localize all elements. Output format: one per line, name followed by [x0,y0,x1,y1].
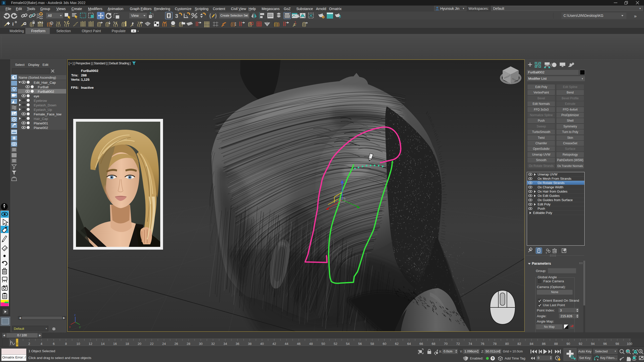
svg-text:72: 72 [456,342,460,346]
svg-text:46: 46 [297,342,300,346]
svg-text:x: x [69,325,71,328]
svg-text:10: 10 [76,342,80,346]
svg-text:i: i [12,22,14,27]
svg-text:12: 12 [89,342,92,346]
svg-text:96: 96 [603,342,607,346]
svg-text:3: 3 [175,13,178,19]
svg-text:64: 64 [407,342,411,346]
svg-text:78: 78 [493,342,497,346]
svg-text:8: 8 [65,342,67,346]
svg-text:0: 0 [16,342,18,346]
svg-text:88: 88 [554,342,558,346]
svg-text:18: 18 [126,342,129,346]
svg-text:80: 80 [505,342,509,346]
svg-text:288: 288 [81,73,87,77]
svg-text:28: 28 [187,342,190,346]
svg-text:2: 2 [28,342,30,346]
svg-text:86: 86 [542,342,545,346]
svg-text:60: 60 [383,342,386,346]
svg-text:62: 62 [395,342,398,346]
svg-text:FPS:: FPS: [71,86,79,89]
svg-text:All: All [48,14,52,18]
svg-text:76: 76 [481,342,484,346]
svg-text:56: 56 [358,342,362,346]
svg-text:70: 70 [444,342,448,346]
svg-text:Inactive: Inactive [81,86,94,89]
svg-text:}: } [215,13,217,18]
svg-text:22: 22 [150,342,153,346]
svg-text:94: 94 [591,342,594,346]
svg-text:38: 38 [248,342,252,346]
svg-text:20: 20 [138,342,141,346]
svg-text:View: View [131,14,139,18]
svg-text:36: 36 [236,342,239,346]
svg-text:Create Selection Set: Create Selection Set [220,14,248,17]
svg-text:66: 66 [419,342,423,346]
svg-text:16: 16 [113,342,117,346]
svg-text:FurBall002: FurBall002 [81,69,98,73]
svg-text:[ + ] [ Perspective ] [ Standa: [ + ] [ Perspective ] [ Standard ] [ Def… [69,62,131,65]
svg-text:82: 82 [517,342,521,346]
svg-text:1,125: 1,125 [81,78,90,81]
svg-text:40: 40 [260,342,264,346]
svg-text:98: 98 [616,342,619,346]
svg-text:92: 92 [579,342,582,346]
svg-text:84: 84 [530,342,533,346]
svg-text:58: 58 [371,342,374,346]
svg-text:z: z [74,313,76,316]
svg-text:74: 74 [468,342,472,346]
svg-text:44: 44 [285,342,288,346]
svg-text:68: 68 [432,342,435,346]
svg-text:3: 3 [3,1,5,5]
svg-text:y: y [79,325,81,328]
svg-text:4: 4 [41,342,42,346]
svg-text:34: 34 [223,342,227,346]
svg-text:50: 50 [321,342,325,346]
svg-text:»: » [634,13,637,19]
svg-text:90: 90 [567,342,570,346]
svg-text:{: { [209,13,211,18]
svg-text:C:\Users\JIN\Desktop\KG: C:\Users\JIN\Desktop\KG [564,14,603,18]
svg-text:52: 52 [334,342,337,346]
svg-text:Tris:: Tris: [71,73,78,77]
svg-text:32: 32 [211,342,215,346]
svg-text:42: 42 [272,342,276,346]
svg-text:100: 100 [627,342,632,346]
svg-text:26: 26 [174,342,178,346]
svg-text:48: 48 [309,342,313,346]
svg-text:54: 54 [346,342,349,346]
svg-text:14: 14 [101,342,104,346]
svg-text:30: 30 [199,342,203,346]
svg-text:Verts:: Verts: [71,78,80,81]
svg-text:24: 24 [162,342,166,346]
svg-text:6: 6 [53,342,55,346]
